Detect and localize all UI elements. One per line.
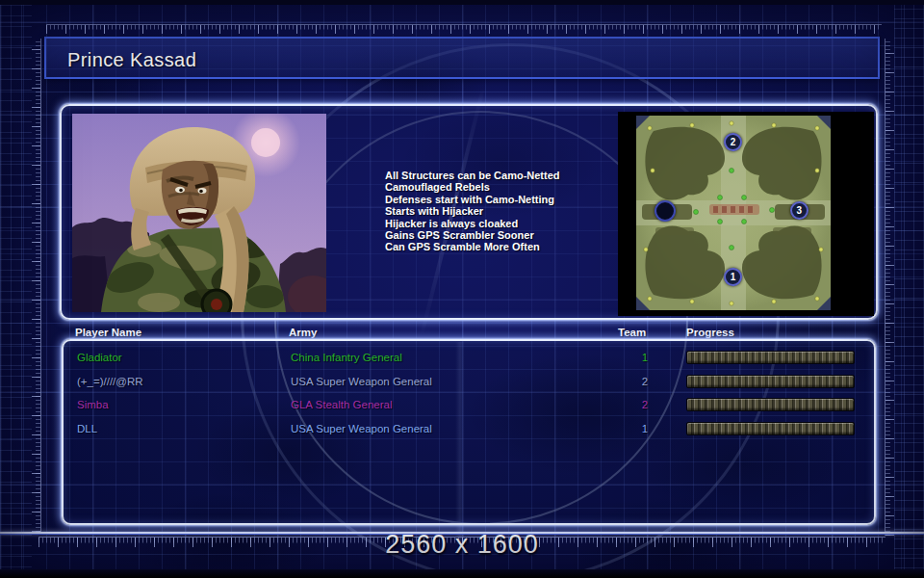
top-edge-band (0, 0, 924, 5)
edge-vignette (0, 0, 924, 578)
loading-screen: Prince Kassad (0, 0, 924, 578)
bottom-edge-band (0, 569, 924, 578)
